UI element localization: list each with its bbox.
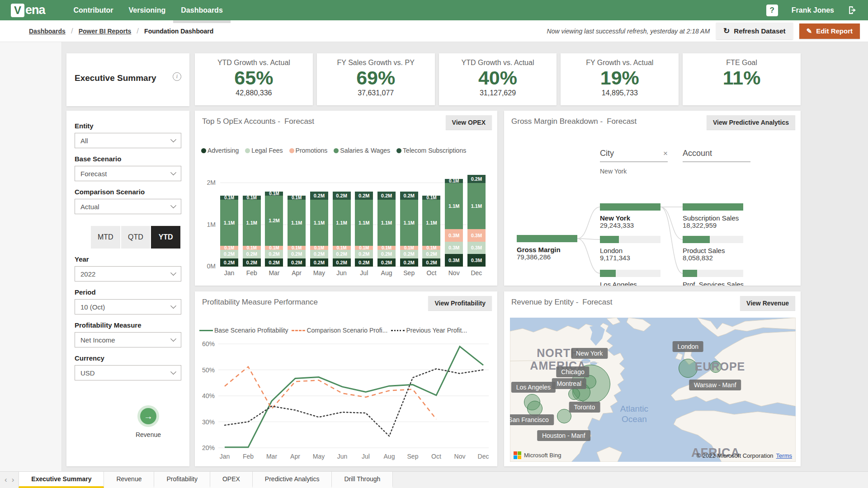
tab-opex[interactable]: OPEX — [210, 472, 253, 488]
toggle-ytd[interactable]: YTD — [151, 226, 180, 249]
bar-column-feb[interactable]: 0.1M1.1M0.1M0.2M0.2MFeb — [243, 196, 261, 267]
logout-icon[interactable] — [848, 5, 857, 15]
profitability-line-chart[interactable]: 20%30%40%50%60%JanFebMarAprMayJunJulAugS… — [198, 336, 492, 466]
breadcrumb-dashboards[interactable]: Dashboards — [29, 28, 66, 35]
kpi-card-fte-goal[interactable]: FTE Goal11% — [683, 53, 801, 105]
legend-item-telecom-subscriptions[interactable]: Telecom Subscriptions — [396, 147, 466, 154]
toggle-qtd[interactable]: QTD — [121, 226, 151, 249]
tree-header-account[interactable]: Account — [683, 149, 750, 162]
tree-selected-new-york: New York — [600, 168, 627, 175]
tree-node-label: Subscription Sales — [683, 214, 739, 222]
filter-label-profitability-measure: Profitability Measure — [75, 321, 181, 329]
legend-item-legal-fees[interactable]: Legal Fees — [245, 147, 283, 154]
legend-label: Telecom Subscriptions — [403, 147, 466, 154]
dropdown-currency[interactable]: USD — [75, 365, 181, 380]
toggle-mtd[interactable]: MTD — [91, 226, 120, 249]
dropdown-profitability-measure[interactable]: Net Income — [75, 332, 181, 347]
dropdown-base-scenario[interactable]: Forecast — [75, 166, 181, 181]
kpi-card-ytd-growth-vs-actual[interactable]: YTD Growth vs. Actual40%31,127,629 — [439, 53, 557, 105]
user-menu[interactable]: Frank Jones — [792, 6, 834, 14]
revenue-nav-button[interactable]: → Revenue — [128, 405, 169, 438]
nav-item-versioning[interactable]: Versioning — [121, 0, 174, 20]
map-city-label-chicago[interactable]: Chicago — [556, 366, 589, 377]
legend-item-base-scenario-profitability[interactable]: Base Scenario Profitability — [199, 327, 288, 334]
tree-node-bar-new-york[interactable] — [600, 203, 660, 211]
bar-column-aug[interactable]: 0.2M1.1M0.1M0.2M0.2MAug — [377, 192, 396, 267]
nav-item-dashboards[interactable]: Dashboards — [173, 0, 230, 20]
edit-report-button[interactable]: ✎ Edit Report — [799, 23, 860, 39]
bar-column-sep[interactable]: 0.2M1.1M0.1M0.2M0.2MSep — [400, 192, 418, 267]
view-revenue-button[interactable]: View Revenue — [740, 296, 795, 310]
revenue-bubble[interactable] — [568, 388, 580, 400]
bar-column-nov[interactable]: 0.1M1.1M0.3M0.3M0.3MNov — [445, 179, 463, 267]
nav-item-contributor[interactable]: Contributor — [66, 0, 121, 20]
view-profitability-button[interactable]: View Profitability — [428, 296, 492, 310]
bar-column-jun[interactable]: 0.2M1.1M0.1M0.2M0.2MJun — [333, 192, 351, 267]
tab-revenue[interactable]: Revenue — [104, 472, 154, 488]
tree-node-label: Los Angeles — [600, 281, 637, 286]
map-city-label-new-york[interactable]: New York — [571, 348, 608, 359]
bar-column-mar[interactable]: 0.1M1.2M0.1M0.2M0.2MMar — [265, 192, 283, 267]
map-city-label-houston-manf[interactable]: Houston - Manf — [537, 430, 590, 441]
dropdown-period[interactable]: 10 (Oct) — [75, 299, 181, 314]
tab-profitability[interactable]: Profitability — [154, 472, 210, 488]
bar-segment-salaries-wages: 1.1M — [377, 200, 396, 246]
kpi-card-ytd-growth-vs-actual[interactable]: YTD Growth vs. Actual65%42,880,336 — [195, 53, 313, 105]
x-axis-label: Mar — [269, 269, 279, 277]
bing-map[interactable]: NORTH AMERICAEUROPEAFRICAAtlantic OceanN… — [510, 318, 796, 462]
view-opex-button[interactable]: View OPEX — [446, 115, 492, 130]
kpi-card-fy-sales-growth-vs-py[interactable]: FY Sales Growth vs. PY69%37,631,077 — [317, 53, 435, 105]
help-icon[interactable]: ? — [766, 5, 778, 16]
opex-bar-chart[interactable]: 0M1M2M0.1M1.1M0.1M0.2M0.2MJan0.1M1.1M0.1… — [220, 162, 486, 267]
tab-scroll-right-icon[interactable]: › — [12, 475, 14, 484]
tree-node-bar-product-sales[interactable] — [683, 236, 743, 243]
map-city-label-san-francisco[interactable]: San Francisco — [510, 414, 554, 425]
tree-node-bar-london[interactable] — [600, 236, 660, 243]
tree-root-bar-gross-margin[interactable] — [517, 235, 577, 242]
dropdown-comparison-scenario[interactable]: Actual — [75, 199, 181, 214]
bar-column-jan[interactable]: 0.1M1.1M0.1M0.2M0.2MJan — [220, 196, 238, 267]
legend-item-promotions[interactable]: Promotions — [289, 147, 328, 154]
legend-item-comparison-scenario-profi[interactable]: Comparison Scenario Profi... — [292, 327, 387, 334]
bar-column-apr[interactable]: 0.1M1.1M0.1M0.2M0.2MApr — [288, 196, 306, 267]
bar-segment-telecom-subscriptions: 0.1M — [422, 196, 440, 200]
legend-item-salaries-wages[interactable]: Salaries & Wages — [334, 147, 390, 154]
map-city-label-toronto[interactable]: Toronto — [569, 402, 600, 413]
legend-item-previous-year-profit[interactable]: Previous Year Profit... — [391, 327, 467, 334]
tree-header-city[interactable]: City× — [600, 149, 668, 162]
tab-executive-summary[interactable]: Executive Summary — [19, 472, 104, 488]
bar-column-may[interactable]: 0.2M1.1M0.1M0.2M0.2MMay — [310, 192, 328, 267]
dropdown-year[interactable]: 2022 — [75, 266, 181, 282]
tree-node-bar-subscription-sales[interactable] — [683, 203, 743, 211]
dropdown-entity[interactable]: All — [75, 133, 181, 148]
kpi-card-fy-growth-vs-actual[interactable]: FY Growth vs. Actual19%14,895,733 — [561, 53, 679, 105]
bar-column-dec[interactable]: 0.2M1.1M0.3M0.3M0.3MDec — [467, 175, 486, 267]
tab-drill-through[interactable]: Drill Through — [332, 472, 393, 488]
filter-label-currency: Currency — [75, 354, 181, 362]
legend-label: Comparison Scenario Profi... — [307, 327, 387, 334]
tree-node-bar-prof-services-sales[interactable] — [683, 270, 743, 277]
tab-scroll-left-icon[interactable]: ‹ — [5, 475, 7, 484]
legend-item-advertising[interactable]: Advertising — [201, 147, 239, 154]
tab-predictive-analytics[interactable]: Predictive Analytics — [253, 472, 332, 488]
tree-node-bar-los-angeles[interactable] — [600, 270, 660, 277]
vena-logo[interactable]: V ena — [11, 3, 45, 17]
tree-root-value: 79,386,286 — [517, 253, 551, 261]
breadcrumb-power-bi-reports[interactable]: Power BI Reports — [79, 28, 132, 35]
kpi-subvalue: 42,880,336 — [236, 89, 272, 97]
map-terms-link[interactable]: Terms — [776, 452, 792, 459]
map-city-label-warsaw-manf[interactable]: Warsaw - Manf — [689, 380, 741, 390]
bar-column-jul[interactable]: 0.2M1.1M0.1M0.2M0.2MJul — [355, 192, 373, 267]
bar-segment-legal-fees: 0.2M — [333, 250, 351, 258]
bar-column-oct[interactable]: 0.1M1.1M0.1M0.2M0.2MOct — [422, 196, 440, 267]
bar-segment-telecom-subscriptions: 0.1M — [445, 179, 463, 183]
map-city-label-london[interactable]: London — [672, 341, 703, 352]
clear-city-filter-icon[interactable]: × — [663, 151, 668, 156]
refresh-dataset-button[interactable]: ↻ Refresh Dataset — [716, 23, 793, 39]
view-predictive-analytics-button[interactable]: View Predictive Analytics — [707, 115, 795, 130]
profitability-legend: Base Scenario ProfitabilityComparison Sc… — [199, 327, 467, 334]
map-city-label-montreal[interactable]: Montreal — [552, 378, 586, 389]
tree-node-label: Product Sales — [683, 247, 725, 254]
map-city-label-los-angeles[interactable]: Los Angeles — [511, 382, 556, 393]
info-icon[interactable]: i — [173, 72, 181, 81]
